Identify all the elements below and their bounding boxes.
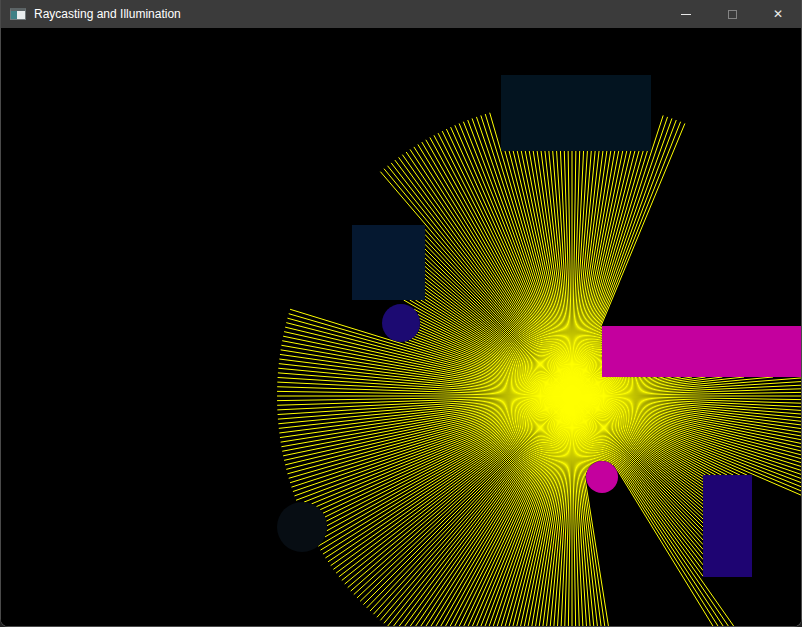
titlebar[interactable]: Raycasting and Illumination ✕ — [1, 0, 801, 28]
obstacle-shadowed-dark-circle — [277, 502, 327, 552]
maximize-icon — [728, 10, 737, 19]
minimize-button[interactable] — [663, 0, 709, 28]
minimize-icon — [681, 14, 691, 15]
obstacle-magenta-rectangle — [602, 326, 802, 377]
render-viewport[interactable] — [1, 28, 801, 626]
app-icon — [10, 8, 26, 20]
obstacle-top-dark-rectangle — [501, 75, 651, 151]
window-controls: ✕ — [663, 0, 801, 28]
app-window: Raycasting and Illumination ✕ — [0, 0, 802, 627]
obstacle-magenta-circle — [586, 461, 618, 493]
maximize-button[interactable] — [709, 0, 755, 28]
close-icon: ✕ — [773, 8, 783, 20]
obstacle-left-navy-rectangle — [352, 225, 425, 300]
window-title: Raycasting and Illumination — [34, 0, 181, 28]
obstacle-purple-rectangle — [703, 475, 752, 577]
obstacle-navy-circle — [382, 304, 420, 342]
close-button[interactable]: ✕ — [755, 0, 801, 28]
